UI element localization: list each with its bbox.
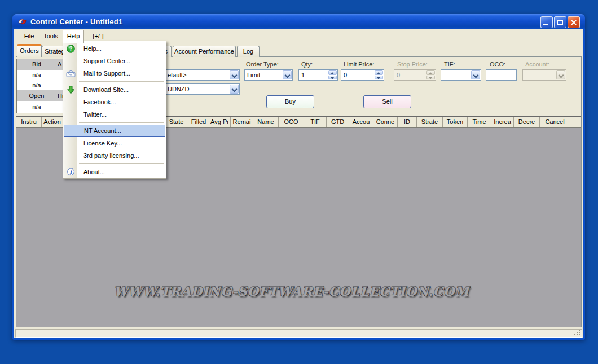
limit-price-label: Limit Price: (344, 61, 374, 68)
order-type-value: Limit (247, 72, 260, 78)
column-header-strate[interactable]: Strate (417, 117, 443, 127)
desktop: Control Center - Untitled1 FileToolsHelp… (0, 0, 598, 364)
spin-up-icon (426, 70, 435, 75)
menu-item-facebook[interactable]: Facebook... (64, 96, 165, 108)
status-bar (15, 329, 582, 338)
stop-price-spinner: 0 (394, 69, 436, 81)
menu-tools[interactable]: Tools (39, 30, 62, 42)
column-header-token[interactable]: Token (443, 117, 468, 127)
column-header-action[interactable]: Action (42, 117, 63, 127)
menu-item-support-center[interactable]: Support Center... (64, 55, 165, 67)
maximize-icon (557, 20, 563, 25)
column-header-conne[interactable]: Conne (373, 117, 398, 127)
column-header-accou[interactable]: Accou (349, 117, 373, 127)
menu-separator (79, 81, 164, 82)
column-header-avg-pr[interactable]: Avg Pr (209, 117, 231, 127)
column-header-instru[interactable]: Instru (16, 117, 42, 127)
menu-item-license-key[interactable]: License Key... (64, 137, 165, 149)
app-icon (17, 17, 27, 26)
menu-separator (79, 122, 164, 123)
limit-price-spinner[interactable]: 0 (341, 69, 384, 81)
watermark: WWW.TRADING-SOFTWARE-COLLECTION.COM (114, 284, 469, 299)
menu-item-help[interactable]: ?Help... (64, 42, 165, 55)
chevron-down-icon (556, 70, 565, 79)
help-icon: ? (64, 45, 78, 53)
minimize-button[interactable] (540, 16, 553, 28)
menu-item-label: About... (78, 168, 105, 175)
menu-item-label: Support Center... (78, 57, 130, 64)
open-header: Open (17, 90, 56, 101)
bid-value: n/a (17, 70, 56, 80)
column-header-name[interactable]: Name (253, 117, 279, 127)
column-header-state[interactable]: State (165, 117, 188, 127)
info-icon: i (64, 168, 78, 176)
mail-icon (64, 70, 78, 77)
menu-help[interactable]: Help (63, 30, 84, 43)
chevron-down-icon[interactable] (283, 70, 292, 79)
bid-value: n/a (17, 80, 56, 90)
menu-item-label: Twitter... (78, 111, 107, 118)
tif-combo[interactable] (441, 69, 481, 81)
spin-down-icon (426, 76, 435, 80)
window-title: Control Center - Untitled1 (30, 17, 122, 26)
qty-spinner[interactable]: 1 (298, 69, 338, 81)
menu-separator (79, 163, 164, 164)
column-header-time[interactable]: Time (468, 117, 491, 127)
spin-up-icon[interactable] (328, 70, 337, 75)
menu-file[interactable]: File (19, 30, 39, 42)
instrument-preset-value: efault> (168, 72, 186, 78)
menu-item-download-site[interactable]: Download Site... (64, 83, 165, 96)
menu-item-label: Facebook... (78, 99, 116, 105)
download-icon (64, 86, 78, 94)
maximize-button[interactable] (554, 16, 566, 28)
menu-expand-collapse[interactable]: [+/-] (86, 30, 110, 42)
oco-input[interactable] (486, 69, 517, 81)
chevron-down-icon[interactable] (230, 85, 239, 94)
menu-item-3rd-party-licensing[interactable]: 3rd party licensing... (64, 149, 165, 162)
column-header-remai[interactable]: Remai (231, 117, 253, 127)
tif-label: TIF: (444, 61, 455, 68)
stop-price-value: 0 (397, 72, 400, 78)
column-header-id[interactable]: ID (398, 117, 417, 127)
titlebar[interactable]: Control Center - Untitled1 (12, 14, 585, 29)
chevron-down-icon[interactable] (471, 70, 480, 79)
menu-item-twitter[interactable]: Twitter... (64, 108, 165, 121)
spin-up-icon[interactable] (375, 70, 383, 75)
resize-grip[interactable] (574, 329, 581, 336)
tab-log[interactable]: Log (237, 46, 260, 57)
order-type-combo[interactable]: Limit (244, 69, 293, 81)
stop-price-label: Stop Price: (397, 61, 428, 68)
chevron-down-icon[interactable] (230, 70, 239, 79)
column-header-cancel[interactable]: Cancel (540, 117, 570, 127)
menu-item-mail-to-support[interactable]: Mail to Support... (64, 67, 165, 79)
menu-item-about[interactable]: iAbout... (64, 166, 165, 178)
menu-item-label: 3rd party licensing... (78, 152, 139, 159)
menu-item-nt-account[interactable]: NT Account... (64, 125, 165, 137)
column-header-decre[interactable]: Decre (514, 117, 540, 127)
help-menu: ?Help...Support Center...Mail to Support… (63, 41, 166, 179)
buy-button[interactable]: Buy (266, 95, 314, 108)
tab-orders[interactable]: Orders (17, 44, 42, 57)
column-header-filled[interactable]: Filled (188, 117, 209, 127)
svg-text:?: ? (69, 46, 72, 52)
window-controls (540, 16, 580, 28)
spin-down-icon[interactable] (375, 76, 383, 80)
oco-label: OCO: (490, 61, 505, 68)
minimize-icon (543, 24, 548, 25)
open-value: n/a (17, 101, 56, 113)
control-center-window: Control Center - Untitled1 FileToolsHelp… (12, 14, 585, 340)
column-header-increa[interactable]: Increa (491, 117, 514, 127)
menu-item-label: Help... (78, 45, 102, 52)
column-header-gtd[interactable]: GTD (327, 117, 349, 127)
qty-label: Qty: (301, 61, 313, 68)
account-label: Account: (525, 61, 549, 68)
menu-item-label: NT Account... (78, 127, 121, 134)
instrument-value: UDNZD (168, 86, 190, 92)
spin-down-icon[interactable] (328, 76, 337, 80)
close-button[interactable] (568, 16, 580, 28)
qty-value: 1 (301, 72, 305, 78)
tab-account-performance[interactable]: Account Performance (173, 46, 236, 57)
column-header-tif[interactable]: TIF (304, 117, 327, 127)
column-header-oco[interactable]: OCO (279, 117, 304, 127)
sell-button[interactable]: Sell (363, 95, 411, 108)
